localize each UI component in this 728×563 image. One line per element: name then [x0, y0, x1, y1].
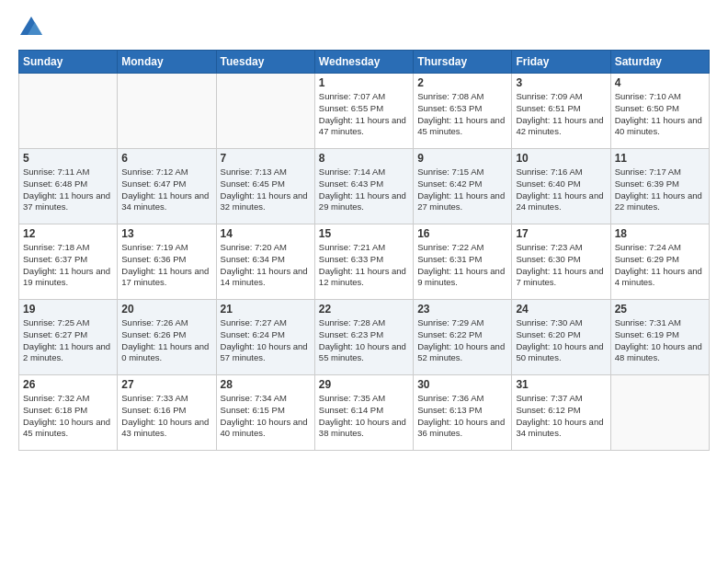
day-info: Sunrise: 7:15 AM Sunset: 6:42 PM Dayligh…: [417, 167, 507, 213]
calendar-cell: 3Sunrise: 7:09 AM Sunset: 6:51 PM Daylig…: [512, 74, 610, 149]
day-number: 17: [516, 227, 606, 240]
day-info: Sunrise: 7:25 AM Sunset: 6:27 PM Dayligh…: [23, 317, 113, 364]
day-number: 5: [23, 152, 113, 165]
calendar-week-3: 12Sunrise: 7:18 AM Sunset: 6:37 PM Dayli…: [19, 224, 710, 300]
calendar-cell: 16Sunrise: 7:22 AM Sunset: 6:31 PM Dayli…: [414, 224, 512, 300]
day-number: 23: [417, 303, 507, 316]
day-number: 3: [516, 76, 606, 89]
day-number: 26: [23, 378, 113, 391]
calendar-cell: 1Sunrise: 7:07 AM Sunset: 6:55 PM Daylig…: [314, 74, 413, 149]
calendar-cell: [216, 74, 314, 149]
day-info: Sunrise: 7:18 AM Sunset: 6:37 PM Dayligh…: [23, 242, 113, 289]
day-info: Sunrise: 7:23 AM Sunset: 6:30 PM Dayligh…: [516, 242, 606, 289]
day-info: Sunrise: 7:37 AM Sunset: 6:12 PM Dayligh…: [516, 393, 606, 440]
calendar-cell: 7Sunrise: 7:13 AM Sunset: 6:45 PM Daylig…: [216, 149, 314, 224]
day-info: Sunrise: 7:22 AM Sunset: 6:31 PM Dayligh…: [417, 242, 507, 289]
weekday-header-friday: Friday: [512, 51, 610, 74]
day-info: Sunrise: 7:11 AM Sunset: 6:48 PM Dayligh…: [23, 167, 113, 213]
calendar-cell: 30Sunrise: 7:36 AM Sunset: 6:13 PM Dayli…: [414, 375, 512, 451]
calendar-cell: 19Sunrise: 7:25 AM Sunset: 6:27 PM Dayli…: [19, 300, 118, 375]
calendar-cell: 24Sunrise: 7:30 AM Sunset: 6:20 PM Dayli…: [512, 300, 610, 375]
calendar-cell: 11Sunrise: 7:17 AM Sunset: 6:39 PM Dayli…: [610, 149, 709, 224]
calendar-cell: 13Sunrise: 7:19 AM Sunset: 6:36 PM Dayli…: [118, 224, 216, 300]
day-info: Sunrise: 7:12 AM Sunset: 6:47 PM Dayligh…: [121, 167, 211, 213]
day-number: 12: [23, 227, 113, 240]
day-number: 27: [121, 378, 211, 391]
day-number: 15: [319, 227, 409, 240]
day-number: 19: [23, 303, 113, 316]
day-number: 16: [417, 227, 507, 240]
day-info: Sunrise: 7:14 AM Sunset: 6:43 PM Dayligh…: [319, 167, 409, 213]
calendar-cell: 10Sunrise: 7:16 AM Sunset: 6:40 PM Dayli…: [512, 149, 610, 224]
day-info: Sunrise: 7:36 AM Sunset: 6:13 PM Dayligh…: [417, 393, 507, 440]
calendar-cell: 18Sunrise: 7:24 AM Sunset: 6:29 PM Dayli…: [610, 224, 709, 300]
day-number: 31: [516, 378, 606, 391]
calendar-cell: 31Sunrise: 7:37 AM Sunset: 6:12 PM Dayli…: [512, 375, 610, 451]
day-number: 8: [319, 152, 409, 165]
day-info: Sunrise: 7:24 AM Sunset: 6:29 PM Dayligh…: [615, 242, 705, 289]
day-number: 22: [319, 303, 409, 316]
calendar-cell: 28Sunrise: 7:34 AM Sunset: 6:15 PM Dayli…: [216, 375, 314, 451]
day-info: Sunrise: 7:21 AM Sunset: 6:33 PM Dayligh…: [319, 242, 409, 289]
calendar-cell: 21Sunrise: 7:27 AM Sunset: 6:24 PM Dayli…: [216, 300, 314, 375]
weekday-header-thursday: Thursday: [414, 51, 512, 74]
logo: [18, 15, 48, 40]
calendar-cell: 29Sunrise: 7:35 AM Sunset: 6:14 PM Dayli…: [314, 375, 413, 451]
calendar-header-row: SundayMondayTuesdayWednesdayThursdayFrid…: [19, 51, 710, 74]
day-info: Sunrise: 7:33 AM Sunset: 6:16 PM Dayligh…: [121, 393, 211, 440]
calendar-cell: 12Sunrise: 7:18 AM Sunset: 6:37 PM Dayli…: [19, 224, 118, 300]
day-number: 29: [319, 378, 409, 391]
day-info: Sunrise: 7:17 AM Sunset: 6:39 PM Dayligh…: [615, 167, 705, 213]
calendar-cell: 9Sunrise: 7:15 AM Sunset: 6:42 PM Daylig…: [414, 149, 512, 224]
day-number: 25: [615, 303, 705, 316]
calendar-cell: 17Sunrise: 7:23 AM Sunset: 6:30 PM Dayli…: [512, 224, 610, 300]
calendar-cell: 6Sunrise: 7:12 AM Sunset: 6:47 PM Daylig…: [118, 149, 216, 224]
calendar-cell: 2Sunrise: 7:08 AM Sunset: 6:53 PM Daylig…: [414, 74, 512, 149]
weekday-header-monday: Monday: [118, 51, 216, 74]
day-number: 18: [615, 227, 705, 240]
day-info: Sunrise: 7:29 AM Sunset: 6:22 PM Dayligh…: [417, 317, 507, 364]
day-info: Sunrise: 7:30 AM Sunset: 6:20 PM Dayligh…: [516, 317, 606, 364]
day-info: Sunrise: 7:34 AM Sunset: 6:15 PM Dayligh…: [221, 393, 311, 440]
calendar-cell: 22Sunrise: 7:28 AM Sunset: 6:23 PM Dayli…: [314, 300, 413, 375]
calendar-cell: 23Sunrise: 7:29 AM Sunset: 6:22 PM Dayli…: [414, 300, 512, 375]
weekday-header-sunday: Sunday: [19, 51, 118, 74]
day-number: 14: [221, 227, 311, 240]
calendar-cell: 15Sunrise: 7:21 AM Sunset: 6:33 PM Dayli…: [314, 224, 413, 300]
day-info: Sunrise: 7:27 AM Sunset: 6:24 PM Dayligh…: [221, 317, 311, 364]
day-number: 9: [417, 152, 507, 165]
day-info: Sunrise: 7:07 AM Sunset: 6:55 PM Dayligh…: [319, 91, 409, 138]
calendar-week-5: 26Sunrise: 7:32 AM Sunset: 6:18 PM Dayli…: [19, 375, 710, 451]
day-number: 7: [221, 152, 311, 165]
day-number: 30: [417, 378, 507, 391]
calendar-cell: 14Sunrise: 7:20 AM Sunset: 6:34 PM Dayli…: [216, 224, 314, 300]
calendar-cell: 5Sunrise: 7:11 AM Sunset: 6:48 PM Daylig…: [19, 149, 118, 224]
day-info: Sunrise: 7:16 AM Sunset: 6:40 PM Dayligh…: [516, 167, 606, 213]
calendar-cell: [19, 74, 118, 149]
day-info: Sunrise: 7:09 AM Sunset: 6:51 PM Dayligh…: [516, 91, 606, 138]
day-info: Sunrise: 7:10 AM Sunset: 6:50 PM Dayligh…: [615, 91, 705, 138]
day-number: 11: [615, 152, 705, 165]
calendar-cell: 27Sunrise: 7:33 AM Sunset: 6:16 PM Dayli…: [118, 375, 216, 451]
page: SundayMondayTuesdayWednesdayThursdayFrid…: [0, 0, 728, 563]
day-number: 21: [221, 303, 311, 316]
day-number: 10: [516, 152, 606, 165]
day-info: Sunrise: 7:31 AM Sunset: 6:19 PM Dayligh…: [615, 317, 705, 364]
day-info: Sunrise: 7:20 AM Sunset: 6:34 PM Dayligh…: [221, 242, 311, 289]
day-number: 6: [121, 152, 211, 165]
calendar-cell: 20Sunrise: 7:26 AM Sunset: 6:26 PM Dayli…: [118, 300, 216, 375]
calendar-cell: 26Sunrise: 7:32 AM Sunset: 6:18 PM Dayli…: [19, 375, 118, 451]
day-number: 24: [516, 303, 606, 316]
day-number: 2: [417, 76, 507, 89]
day-number: 13: [121, 227, 211, 240]
calendar-week-4: 19Sunrise: 7:25 AM Sunset: 6:27 PM Dayli…: [19, 300, 710, 375]
logo-icon: [18, 15, 44, 40]
calendar-week-1: 1Sunrise: 7:07 AM Sunset: 6:55 PM Daylig…: [19, 74, 710, 149]
day-number: 1: [319, 76, 409, 89]
day-info: Sunrise: 7:32 AM Sunset: 6:18 PM Dayligh…: [23, 393, 113, 440]
weekday-header-wednesday: Wednesday: [314, 51, 413, 74]
calendar-week-2: 5Sunrise: 7:11 AM Sunset: 6:48 PM Daylig…: [19, 149, 710, 224]
calendar-cell: [610, 375, 709, 451]
day-info: Sunrise: 7:26 AM Sunset: 6:26 PM Dayligh…: [121, 317, 211, 364]
header: [18, 15, 710, 40]
